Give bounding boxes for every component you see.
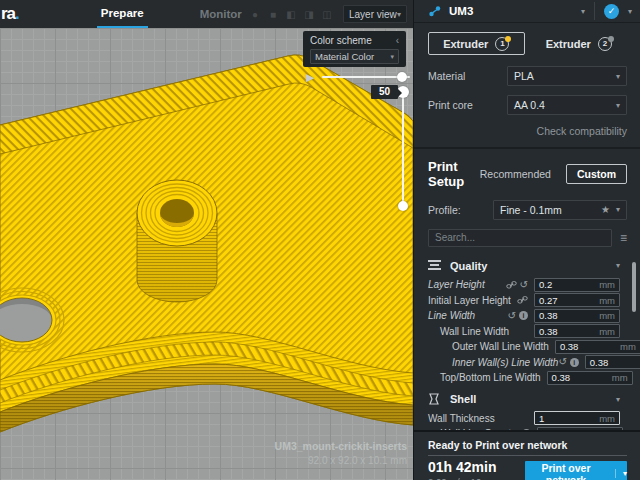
- print-core-dropdown[interactable]: AA 0.4 ▾: [507, 95, 627, 115]
- setting-row: Outer Wall Line Width0.38mm: [428, 339, 620, 355]
- color-scheme-title: Color scheme: [310, 35, 372, 46]
- divider: [414, 147, 640, 149]
- view-mode-dropdown[interactable]: Layer view ▾: [343, 5, 407, 23]
- print-setup-title: Print Setup: [428, 159, 469, 189]
- setting-label: Wall Thickness: [428, 413, 495, 424]
- setting-unit: mm: [612, 372, 628, 383]
- view-preset-right-icon[interactable]: ◫: [321, 9, 333, 20]
- recommended-mode-button[interactable]: Recommended: [469, 164, 562, 184]
- setting-row: Wall Thickness1mm: [428, 410, 620, 426]
- profile-dropdown[interactable]: Fine - 0.1mm ★ ▾: [493, 200, 627, 220]
- view-preset-icons: ● ■ ◧ ◨ ◫: [249, 9, 333, 20]
- setting-value: 0.38: [552, 372, 571, 383]
- setting-value: 0.38: [590, 357, 609, 368]
- chevron-down-icon: ▾: [615, 469, 627, 478]
- color-scheme-value: Material Color: [315, 51, 374, 62]
- setting-value-input[interactable]: 0.38mm: [555, 340, 640, 354]
- check-compatibility-link[interactable]: Check compatibility: [414, 125, 627, 137]
- setting-value-input[interactable]: 0.38mm: [534, 324, 620, 338]
- view-preset-left-icon[interactable]: ◨: [303, 9, 315, 20]
- sidebar-footer: Ready to Print over network 01h 42min 2.…: [414, 430, 640, 480]
- print-core-value: AA 0.4: [514, 99, 545, 111]
- tab-monitor[interactable]: Monitor: [196, 0, 246, 28]
- sliced-model[interactable]: [0, 28, 413, 480]
- revert-icon[interactable]: ↺: [510, 429, 518, 430]
- setting-value-input[interactable]: 0.38mm: [585, 355, 640, 369]
- setting-label: Wall Line Count: [428, 428, 510, 430]
- setting-value: 0.2: [539, 279, 552, 290]
- profile-row: Profile: Fine - 0.1mm ★ ▾: [428, 200, 627, 220]
- setting-value-input[interactable]: 0.27mm: [534, 293, 620, 307]
- material-dropdown[interactable]: PLA ▾: [507, 66, 627, 86]
- category-quality[interactable]: Quality▾: [428, 255, 620, 277]
- settings-scrollbar[interactable]: [632, 262, 636, 312]
- star-icon: ★: [601, 204, 610, 215]
- chevron-down-icon[interactable]: ▾: [628, 7, 632, 16]
- setting-row: Wall Line Width0.38mm: [428, 323, 620, 339]
- setting-value-input[interactable]: 0.2mm: [534, 278, 620, 292]
- print-over-network-button[interactable]: Print over network ▾: [525, 461, 627, 480]
- machine-header[interactable]: UM3 ▾ ✓ ▾: [414, 0, 640, 23]
- custom-mode-button[interactable]: Custom: [566, 164, 627, 184]
- view-preset-front-icon[interactable]: ■: [267, 9, 279, 20]
- print-core-row: Print core AA 0.4 ▾: [428, 95, 627, 115]
- category-shell[interactable]: Shell▾: [428, 388, 620, 410]
- material-color-dot: [505, 36, 511, 42]
- setting-value-input[interactable]: 0.38mm: [547, 371, 633, 385]
- view-preset-3d-icon[interactable]: ●: [249, 9, 261, 20]
- setting-value: 0.27: [539, 295, 558, 306]
- setting-value: 0.38: [539, 310, 558, 321]
- viewport-3d[interactable]: ra. Prepare Monitor ● ■ ◧ ◨ ◫ Layer view…: [0, 0, 413, 480]
- layer-slider-lower-handle[interactable]: [398, 201, 408, 211]
- play-icon[interactable]: ▶: [306, 72, 314, 83]
- print-core-label: Print core: [428, 99, 473, 111]
- layer-slider-track[interactable]: [402, 92, 404, 208]
- profile-label: Profile:: [428, 204, 461, 216]
- print-time-estimate: 01h 42min: [428, 460, 496, 475]
- color-scheme-panel: Color scheme ‹ Material Color ▾: [303, 31, 406, 67]
- collapse-left-icon[interactable]: ‹: [396, 35, 399, 46]
- logo-dot: .: [15, 4, 19, 23]
- revert-icon[interactable]: ↺: [508, 311, 516, 321]
- revert-icon[interactable]: ↺: [520, 280, 528, 290]
- simulation-slider-handle[interactable]: [397, 72, 407, 82]
- chevron-down-icon: ▾: [616, 205, 620, 214]
- settings-menu-icon[interactable]: ≡: [620, 231, 627, 245]
- extruder-2-tab[interactable]: Extruder2: [531, 32, 628, 55]
- setting-value: 1: [539, 413, 544, 424]
- color-scheme-dropdown[interactable]: Material Color ▾: [310, 49, 399, 64]
- chevron-down-icon: ▾: [616, 72, 620, 81]
- setting-row: Line Width↺i0.38mm: [428, 308, 620, 324]
- setting-unit: mm: [599, 326, 615, 337]
- layer-number-badge: 50: [371, 85, 398, 99]
- setting-value-input[interactable]: 1mm: [534, 411, 620, 425]
- view-mode-value: Layer view: [349, 9, 397, 20]
- setting-unit: mm: [599, 295, 615, 306]
- revert-icon[interactable]: ↺: [558, 357, 566, 367]
- setting-label: Initial Layer Height: [428, 295, 511, 306]
- printer-status: Ready to Print over network: [428, 439, 627, 451]
- sidebar: UM3 ▾ ✓ ▾ Extruder1Extruder2 Material PL…: [413, 0, 640, 480]
- setting-value-input[interactable]: 0.38mm: [534, 309, 620, 323]
- material-label: Material: [428, 70, 465, 82]
- setting-row: Top/Bottom Line Width0.38mm: [428, 370, 620, 386]
- view-preset-top-icon[interactable]: ◧: [285, 9, 297, 20]
- info-icon[interactable]: i: [519, 311, 528, 320]
- header-divider: [594, 2, 595, 20]
- tab-prepare[interactable]: Prepare: [97, 0, 148, 28]
- info-icon[interactable]: i: [522, 429, 531, 430]
- info-icon[interactable]: i: [570, 358, 579, 367]
- divider: [428, 455, 627, 456]
- chevron-down-icon: ▾: [616, 101, 620, 110]
- setting-value-input[interactable]: 2: [537, 427, 623, 430]
- search-input[interactable]: [428, 229, 612, 247]
- setting-label: Top/Bottom Line Width: [428, 372, 541, 383]
- setting-unit: mm: [599, 279, 615, 290]
- cura-app: ra. Prepare Monitor ● ■ ◧ ◨ ◫ Layer view…: [0, 0, 640, 480]
- settings-list[interactable]: Quality▾Layer Height↺0.2mmInitial Layer …: [414, 252, 640, 430]
- material-value: PLA: [514, 70, 534, 82]
- chevron-down-icon[interactable]: ▾: [581, 7, 585, 16]
- search-row: ≡: [428, 229, 627, 247]
- link-icon: [506, 280, 517, 290]
- extruder-1-tab[interactable]: Extruder1: [428, 32, 525, 55]
